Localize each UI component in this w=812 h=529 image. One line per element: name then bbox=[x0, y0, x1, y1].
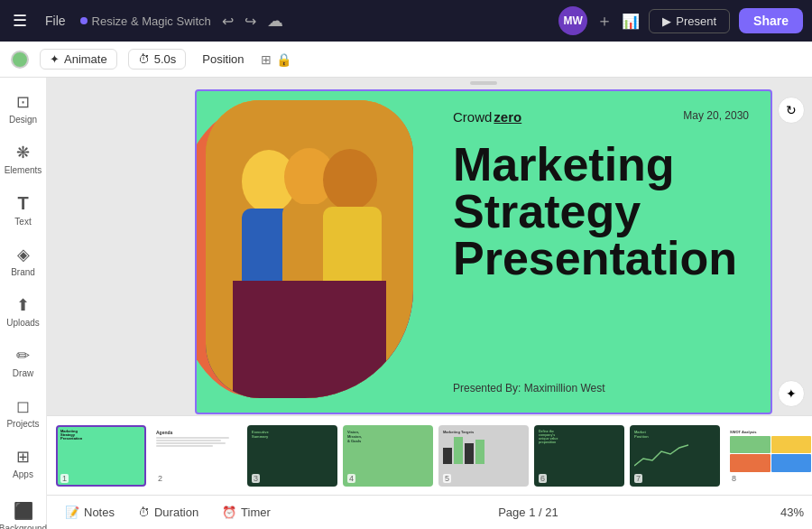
thumbnail-1[interactable]: MarketingStrategyPresentation 1 bbox=[56, 425, 146, 487]
thumb-num-1: 1 bbox=[60, 474, 69, 483]
svg-rect-6 bbox=[323, 207, 382, 292]
present-icon: ▶ bbox=[662, 14, 671, 28]
undo-button[interactable]: ↩ bbox=[218, 9, 237, 33]
photo-people bbox=[206, 100, 413, 398]
projects-icon: ◻ bbox=[16, 396, 30, 416]
thumbnail-6[interactable]: Define thecompany'sunique valuepropositi… bbox=[534, 425, 624, 487]
svg-point-5 bbox=[323, 149, 377, 210]
magic-assistant-button[interactable]: ✦ bbox=[778, 380, 805, 407]
color-picker[interactable] bbox=[11, 51, 29, 69]
sidebar-label-brand: Brand bbox=[11, 267, 35, 277]
slide-title: Marketing Strategy Presentation bbox=[453, 141, 749, 282]
sidebar-item-brand[interactable]: ◈ Brand bbox=[3, 237, 44, 284]
avatar[interactable]: MW bbox=[558, 6, 587, 35]
sidebar-label-text: Text bbox=[14, 217, 31, 227]
brand-zero-text: zero bbox=[494, 109, 521, 125]
thumb-num-4: 4 bbox=[347, 474, 355, 483]
magic-dot-icon bbox=[80, 17, 88, 24]
thumbnail-strip: MarketingStrategyPresentation 1 Agenda 2 bbox=[47, 415, 812, 495]
sidebar-item-design[interactable]: ⊡ Design bbox=[3, 85, 44, 132]
sidebar-item-projects[interactable]: ◻ Projects bbox=[3, 389, 44, 436]
top-bar: ☰ File Resize & Magic Switch ↩ ↪ ☁ MW ＋ … bbox=[0, 0, 812, 42]
timer-button[interactable]: ⏰ Timer bbox=[217, 503, 276, 522]
bottom-right-controls: 43% ⊡ ⛶ bbox=[780, 504, 812, 521]
thumbnail-5[interactable]: Marketing Targets 5 bbox=[438, 425, 529, 487]
collapse-handle[interactable] bbox=[47, 78, 812, 88]
zoom-level: 43% bbox=[780, 506, 804, 519]
magic-switch-label: Resize & Magic Switch bbox=[92, 14, 211, 28]
sidebar-item-uploads[interactable]: ⬆ Uploads bbox=[3, 288, 44, 335]
position-button[interactable]: Position bbox=[197, 50, 249, 69]
thumb-num-7: 7 bbox=[634, 474, 642, 483]
thumbnail-7[interactable]: MarketPosition 7 bbox=[630, 425, 720, 487]
elements-icon: ❋ bbox=[16, 143, 30, 162]
thumb-num-8: 8 bbox=[730, 474, 738, 483]
sidebar-item-apps[interactable]: ⊞ Apps bbox=[3, 440, 44, 487]
duration-icon: ⏱ bbox=[138, 506, 150, 519]
thumbnail-4[interactable]: Vision,Mission,& Goals 4 bbox=[343, 425, 433, 487]
timer-icon: ⏰ bbox=[222, 506, 236, 519]
stats-icon[interactable]: 📊 bbox=[622, 13, 640, 30]
duration-button[interactable]: ⏱ Duration bbox=[133, 503, 204, 522]
animate-button[interactable]: ✦ Animate bbox=[40, 49, 117, 70]
brand-crowd-text: Crowd bbox=[453, 109, 492, 125]
sidebar-label-uploads: Uploads bbox=[6, 318, 40, 328]
notes-icon: 📝 bbox=[65, 506, 79, 519]
sidebar-item-text[interactable]: T Text bbox=[3, 186, 44, 234]
sidebar-label-draw: Draw bbox=[13, 368, 33, 378]
sidebar-item-background[interactable]: ⬛ Background bbox=[3, 494, 44, 529]
bottom-bar: 📝 Notes ⏱ Duration ⏰ Timer Page 1 / 21 4… bbox=[47, 495, 812, 529]
lock-icon: 🔒 bbox=[276, 52, 291, 67]
sidebar-label-design: Design bbox=[9, 115, 37, 125]
sidebar-item-elements[interactable]: ❋ Elements bbox=[3, 135, 44, 182]
thumb-num-5: 5 bbox=[443, 474, 451, 483]
thumb-num-2: 2 bbox=[156, 474, 164, 483]
brand-icon: ◈ bbox=[17, 245, 30, 264]
background-icon: ⬛ bbox=[14, 501, 33, 521]
uploads-icon: ⬆ bbox=[16, 295, 30, 315]
draw-icon: ✏ bbox=[16, 346, 30, 366]
share-button[interactable]: Share bbox=[739, 8, 803, 33]
animate-icon: ✦ bbox=[50, 52, 60, 66]
cloud-save-icon: ☁ bbox=[267, 11, 283, 31]
slide-title-line2: Strategy bbox=[453, 188, 749, 235]
svg-rect-7 bbox=[233, 281, 386, 398]
slide-container: ↻ ✦ bbox=[195, 89, 772, 414]
file-menu[interactable]: File bbox=[38, 10, 73, 32]
toolbar2: ✦ Animate ⏱ 5.0s Position ⊞ 🔒 bbox=[0, 42, 812, 78]
clock-icon: ⏱ bbox=[138, 52, 150, 66]
sidebar-item-draw[interactable]: ✏ Draw bbox=[3, 339, 44, 385]
slide-title-line1: Marketing bbox=[453, 141, 749, 188]
slide-canvas[interactable]: Crowd zero May 20, 2030 Marketing Strate… bbox=[195, 89, 772, 414]
sidebar-label-apps: Apps bbox=[13, 469, 33, 479]
sidebar-label-background: Background bbox=[0, 524, 47, 529]
thumbnail-3[interactable]: ExecutiveSummary 3 bbox=[247, 425, 337, 487]
sidebar-label-elements: Elements bbox=[5, 165, 42, 175]
menu-icon[interactable]: ☰ bbox=[9, 7, 31, 34]
slide-title-line3: Presentation bbox=[453, 235, 749, 282]
canvas-wrapper: ↻ ✦ bbox=[47, 88, 812, 415]
bottom-left-controls: 📝 Notes ⏱ Duration ⏰ Timer bbox=[60, 503, 276, 522]
sidebar-label-projects: Projects bbox=[6, 419, 39, 429]
canvas-area: ↻ ✦ bbox=[47, 78, 812, 529]
brand-logo: Crowd zero bbox=[453, 109, 521, 125]
add-collaborator-button[interactable]: ＋ bbox=[596, 10, 613, 32]
notes-button[interactable]: 📝 Notes bbox=[60, 503, 120, 522]
slide-content: Crowd zero May 20, 2030 Marketing Strate… bbox=[431, 91, 770, 413]
thumbnail-8[interactable]: SWOT Analysis 8 bbox=[725, 425, 812, 487]
slide-photo-section bbox=[197, 91, 431, 413]
page-info: Page 1 / 21 bbox=[498, 506, 558, 519]
refresh-button[interactable]: ↻ bbox=[778, 97, 805, 124]
topbar-left: ☰ File Resize & Magic Switch ↩ ↪ ☁ bbox=[9, 7, 551, 34]
duration-button[interactable]: ⏱ 5.0s bbox=[128, 49, 187, 70]
magic-switch[interactable]: Resize & Magic Switch bbox=[80, 14, 211, 28]
sidebar: ⊡ Design ❋ Elements T Text ◈ Brand ⬆ Upl… bbox=[0, 78, 47, 529]
slide-header: Crowd zero May 20, 2030 bbox=[453, 109, 749, 125]
undo-redo-group: ↩ ↪ bbox=[218, 9, 260, 33]
thumbnail-2[interactable]: Agenda 2 bbox=[152, 425, 242, 487]
topbar-right: MW ＋ 📊 ▶ Present Share bbox=[558, 6, 803, 35]
slide-presenter: Presented By: Maximillion West bbox=[453, 382, 749, 394]
present-button[interactable]: ▶ Present bbox=[649, 9, 730, 33]
thumb-num-6: 6 bbox=[539, 474, 547, 483]
redo-button[interactable]: ↪ bbox=[241, 9, 260, 33]
